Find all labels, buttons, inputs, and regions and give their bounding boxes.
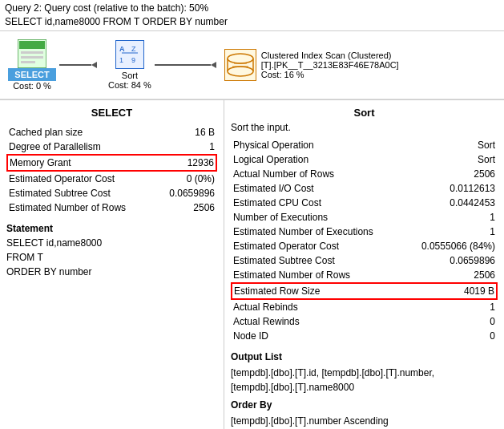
right-prop-row: Estimated Row Size4019 B	[232, 283, 497, 299]
scan-label1: Clustered Index Scan (Clustered)	[261, 51, 392, 60]
right-subtitle: Sort the input.	[231, 122, 498, 133]
prop-label: Estimated Operator Cost	[232, 239, 404, 253]
prop-value: 1	[404, 299, 497, 314]
prop-value: 0.0555066 (84%)	[404, 239, 497, 253]
statement-line: SELECT id,name8000	[6, 236, 217, 250]
statement-text: SELECT id,name8000FROM TORDER BY number	[6, 236, 217, 279]
statement-label: Statement	[6, 223, 217, 234]
prop-label: Estimated Row Size	[232, 283, 404, 299]
prop-value: 0	[404, 329, 497, 343]
arrow-select-sort	[59, 62, 97, 68]
scan-label-area: Clustered Index Scan (Clustered) [T].[PK…	[261, 51, 399, 79]
prop-value: 2506	[404, 268, 497, 283]
left-panel-title: SELECT	[6, 107, 217, 119]
statement-line: ORDER BY number	[6, 265, 217, 279]
left-prop-row: Estimated Subtree Cost0.0659896	[7, 186, 216, 200]
left-prop-row: Estimated Operator Cost0 (0%)	[7, 171, 216, 186]
right-prop-row: Actual Number of Rows2506	[232, 167, 497, 181]
left-prop-row: Degree of Parallelism1	[7, 140, 216, 155]
right-prop-row: Number of Executions1	[232, 210, 497, 225]
prop-label: Number of Executions	[232, 210, 404, 225]
sort-node[interactable]: A Z 1 9 Sort Cost: 84 %	[108, 40, 151, 90]
left-prop-row: Estimated Number of Rows2506	[7, 200, 216, 215]
diagram-area: SELECT Cost: 0 % A Z 1 9 Sort Cost: 84 %	[0, 31, 504, 99]
prop-label: Estimated CPU Cost	[232, 196, 404, 210]
prop-value: 1	[156, 140, 216, 155]
prop-value: 1	[404, 210, 497, 225]
prop-value: 0.0659896	[156, 186, 216, 200]
order-by-list: [tempdb].[dbo].[T].number Ascending	[231, 414, 498, 428]
prop-label: Actual Number of Rows	[232, 167, 404, 181]
scan-label2: [T].[PK__T__3213E83F46E78A0C]	[261, 60, 399, 70]
prop-label: Estimated I/O Cost	[232, 181, 404, 196]
prop-value: Sort	[404, 138, 497, 152]
left-prop-row: Cached plan size16 B	[7, 125, 216, 140]
right-prop-row: Estimated I/O Cost0.0112613	[232, 181, 497, 196]
prop-label: Estimated Operator Cost	[7, 171, 156, 186]
left-panel: SELECT Cached plan size16 BDegree of Par…	[0, 100, 224, 429]
arrow-sort-scan	[155, 62, 216, 68]
output-list: [tempdb].[dbo].[T].id, [tempdb].[dbo].[T…	[231, 366, 498, 395]
prop-value: 0	[404, 314, 497, 329]
prop-label: Memory Grant	[7, 155, 156, 171]
right-prop-row: Physical OperationSort	[232, 138, 497, 152]
order-by-item: [tempdb].[dbo].[T].number Ascending	[231, 414, 498, 428]
prop-value: 0 (0%)	[156, 171, 216, 186]
order-by-label: Order By	[231, 399, 498, 411]
right-prop-row: Estimated Number of Executions1	[232, 225, 497, 239]
prop-value: 0.0442453	[404, 196, 497, 210]
diagram-wrapper: SELECT Cost: 0 % A Z 1 9 Sort Cost: 84 %	[8, 39, 496, 91]
scan-node[interactable]: Clustered Index Scan (Clustered) [T].[PK…	[224, 49, 399, 81]
svg-text:A: A	[119, 45, 125, 53]
prop-label: Actual Rebinds	[232, 299, 404, 314]
prop-label: Estimated Number of Executions	[232, 225, 404, 239]
select-icon	[18, 39, 46, 68]
prop-value: 2506	[404, 167, 497, 181]
prop-value: 16 B	[156, 125, 216, 140]
svg-text:1: 1	[119, 56, 123, 64]
svg-rect-3	[21, 56, 43, 59]
prop-label: Estimated Number of Rows	[7, 200, 156, 215]
prop-label: Logical Operation	[232, 152, 404, 167]
svg-text:Z: Z	[131, 45, 136, 53]
output-list-item: [tempdb].[dbo].[T].id, [tempdb].[dbo].[T…	[231, 366, 498, 380]
prop-label: Estimated Subtree Cost	[7, 186, 156, 200]
prop-label: Estimated Number of Rows	[232, 268, 404, 283]
svg-rect-4	[21, 61, 35, 63]
prop-value: 0.0659896	[404, 253, 497, 268]
right-panel-title: Sort	[231, 107, 498, 119]
svg-rect-2	[21, 51, 43, 54]
sort-icon: A Z 1 9	[115, 40, 144, 69]
output-list-label: Output List	[231, 351, 498, 362]
prop-value: 0.0112613	[404, 181, 497, 196]
prop-value: 2506	[156, 200, 216, 215]
svg-rect-1	[19, 41, 45, 49]
svg-text:9: 9	[131, 56, 135, 64]
prop-label: Physical Operation	[232, 138, 404, 152]
prop-label: Degree of Parallelism	[7, 140, 156, 155]
right-prop-table: Physical OperationSortLogical OperationS…	[231, 138, 498, 343]
right-prop-row: Estimated Operator Cost0.0555066 (84%)	[232, 239, 497, 253]
sort-cost: Cost: 84 %	[108, 80, 151, 90]
right-prop-row: Logical OperationSort	[232, 152, 497, 167]
right-panel: Sort Sort the input. Physical OperationS…	[224, 100, 504, 429]
select-cost: Cost: 0 %	[13, 81, 51, 91]
right-prop-row: Node ID0	[232, 329, 497, 343]
left-prop-row: Memory Grant12936	[7, 155, 216, 171]
query-title-line2: SELECT id,name8000 FROM T ORDER BY numbe…	[5, 15, 499, 29]
select-label: SELECT	[8, 68, 56, 81]
right-prop-row: Estimated Subtree Cost0.0659896	[232, 253, 497, 268]
prop-value: 1	[404, 225, 497, 239]
right-prop-row: Estimated CPU Cost0.0442453	[232, 196, 497, 210]
prop-value: 4019 B	[404, 283, 497, 299]
right-prop-row: Estimated Number of Rows2506	[232, 268, 497, 283]
right-prop-row: Actual Rewinds0	[232, 314, 497, 329]
scan-icon	[224, 49, 256, 81]
top-bar: Query 2: Query cost (relative to the bat…	[0, 0, 504, 31]
select-node[interactable]: SELECT Cost: 0 %	[8, 39, 56, 91]
scan-cost: Cost: 16 %	[261, 70, 304, 79]
prop-label: Node ID	[232, 329, 404, 343]
right-prop-row: Actual Rebinds1	[232, 299, 497, 314]
prop-value: Sort	[404, 152, 497, 167]
content-area: SELECT Cached plan size16 BDegree of Par…	[0, 100, 504, 429]
